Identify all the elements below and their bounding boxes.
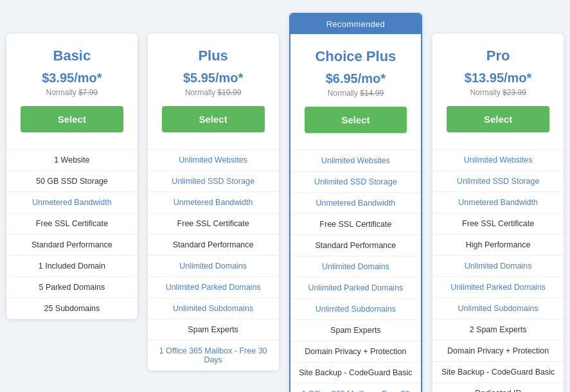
feature-item: Spam Experts [290,320,422,341]
features-list-plus: Unlimited WebsitesUnlimited SSD StorageU… [148,149,279,371]
features-list-pro: Unlimited WebsitesUnlimited SSD StorageU… [432,149,564,392]
plan-name-basic: Basic [13,48,131,64]
plan-header-plus: Plus $5.95/mo* Normally $10.99 Select [148,33,279,143]
select-button-basic[interactable]: Select [21,106,123,132]
feature-item: 1 Office 365 Mailbox - Free 30 Days [148,341,279,371]
feature-item: Unlimited Parked Domains [290,278,422,299]
feature-item: Unlimited Subdomains [148,298,279,319]
feature-item: Unmetered Bandwidth [290,193,422,214]
plan-card-basic: Basic $3.95/mo* Normally $7.99 Select 1 … [6,33,138,319]
feature-item: Domain Privacy + Protection [432,341,564,362]
feature-item: 2 Spam Experts [432,319,564,341]
feature-item: Dedicated IP [432,383,564,392]
plan-name-choice-plus: Choice Plus [297,48,415,65]
features-list-choice-plus: Unlimited WebsitesUnlimited SSD StorageU… [290,150,422,392]
feature-item: Domain Privacy + Protection [290,341,422,362]
recommended-badge: Recommended [290,14,422,34]
feature-item: Unlimited Websites [148,150,279,171]
plan-card-plus: Plus $5.95/mo* Normally $10.99 Select Un… [148,33,279,371]
feature-item: Unlimited Websites [290,150,422,172]
feature-item: Unlimited Subdomains [432,298,564,319]
plan-normal-price-pro: Normally $23.99 [439,88,557,97]
plan-header-pro: Pro $13.95/mo* Normally $23.99 Select [432,33,564,143]
plan-normal-price-basic: Normally $7.99 [13,88,131,97]
feature-item: Unmetered Bandwidth [432,192,564,213]
feature-item: Standard Performance [290,235,422,256]
plan-card-pro: Pro $13.95/mo* Normally $23.99 Select Un… [432,33,564,392]
feature-item: Unlimited SSD Storage [290,172,422,193]
select-button-choice-plus[interactable]: Select [305,107,407,133]
plan-header-choice-plus: Choice Plus $6.95/mo* Normally $14.99 Se… [290,34,422,143]
feature-item: Unlimited Websites [432,150,564,171]
plans-container: Basic $3.95/mo* Normally $7.99 Select 1 … [6,13,564,392]
feature-item: Standard Performance [6,235,138,256]
feature-item: Unlimited SSD Storage [148,171,279,192]
feature-item: 25 Subdomains [6,298,138,319]
plan-price-pro: $13.95/mo* [439,71,557,85]
feature-item: 50 GB SSD Storage [6,171,138,192]
plan-name-plus: Plus [154,48,272,64]
feature-item: Standard Performance [148,235,279,256]
feature-item: Unlimited Domains [290,256,422,278]
feature-item: 1 Included Domain [6,256,138,277]
select-button-plus[interactable]: Select [162,106,265,132]
plan-normal-price-plus: Normally $10.99 [154,88,272,97]
feature-item: Unlimited Parked Domains [148,277,279,298]
feature-item: 5 Parked Domains [6,277,138,298]
plan-header-basic: Basic $3.95/mo* Normally $7.99 Select [6,33,138,143]
feature-item: Unmetered Bandwidth [148,192,279,213]
feature-item: 1 Office 365 Mailbox - Free 30 Days [290,384,422,392]
select-button-pro[interactable]: Select [447,106,549,132]
feature-item: Site Backup - CodeGuard Basic [290,362,422,384]
plan-normal-price-choice-plus: Normally $14.99 [297,89,415,98]
feature-item: Spam Experts [148,319,279,341]
feature-item: Unlimited Domains [432,256,564,277]
feature-item: Free SSL Certificate [148,213,279,235]
plan-card-choice-plus: Recommended Choice Plus $6.95/mo* Normal… [289,13,423,392]
feature-item: Site Backup - CodeGuard Basic [432,362,564,383]
feature-item: Free SSL Certificate [432,213,564,235]
feature-item: Free SSL Certificate [290,214,422,235]
feature-item: 1 Website [6,150,138,171]
feature-item: Free SSL Certificate [6,213,138,235]
feature-item: Unlimited Parked Domains [432,277,564,298]
plan-price-choice-plus: $6.95/mo* [297,71,415,86]
feature-item: Unlimited Subdomains [290,299,422,320]
plan-price-basic: $3.95/mo* [13,71,131,85]
feature-item: Unlimited Domains [148,256,279,277]
plan-name-pro: Pro [439,48,557,64]
feature-item: High Performance [432,235,564,256]
feature-item: Unmetered Bandwidth [6,192,138,213]
features-list-basic: 1 Website50 GB SSD StorageUnmetered Band… [6,149,138,319]
feature-item: Unlimited SSD Storage [432,171,564,192]
plan-price-plus: $5.95/mo* [154,71,272,85]
